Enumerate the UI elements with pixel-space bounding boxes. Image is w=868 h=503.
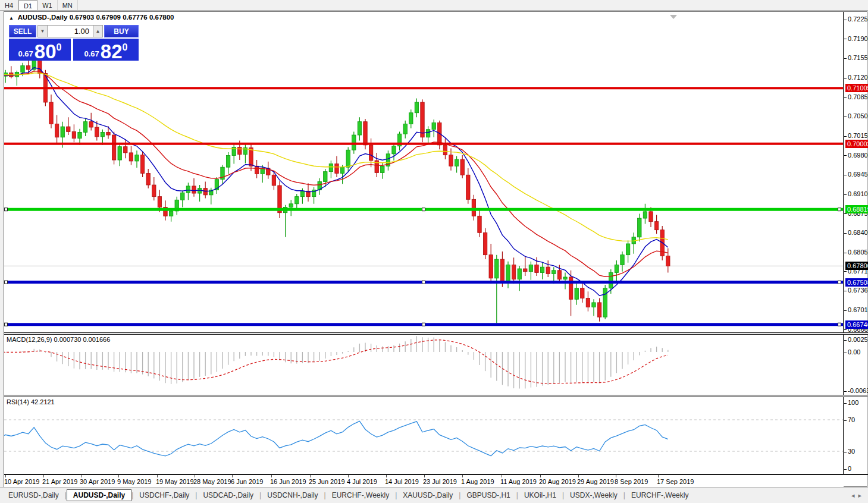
chart-tab-eurchf-weekly[interactable]: EURCHF-,Weekly [326,490,395,501]
pivot-line-green-price-label: 0.68819 [845,205,868,213]
support-line-lower-handle[interactable] [838,323,841,326]
rsi-label: RSI(14) 42.2121 [7,398,55,405]
rsi-value: 42.2121 [31,398,55,405]
price-tick-label: 0.69100 [844,190,868,198]
volume-increase-button[interactable]: ▲ [93,25,103,37]
pivot-line-green-handle[interactable] [5,208,8,211]
mid-ma-line [4,71,668,277]
support-line-upper-handle[interactable] [838,281,841,284]
date-tick [424,475,425,477]
sell-pips: 80 [35,42,57,61]
sell-button[interactable]: SELL [9,25,36,37]
sell-pipette: 0 [57,42,62,53]
pivot-line-green-handle[interactable] [422,208,425,211]
chart-tab-ukoil-h1[interactable]: UKOil-,H1 [518,490,562,501]
price-tick-label: 0.70500 [844,112,868,120]
rsi-tick-label: 100 [844,398,858,407]
date-tick [578,475,579,477]
pivot-line-green-handle[interactable] [838,208,841,211]
date-tick [310,475,311,477]
rsi-tick-label: 70 [844,416,855,424]
volume-decrease-button[interactable]: ▼ [37,25,48,37]
rsi-axis: 10070300 [844,397,868,474]
price-tick-label: 0.71200 [844,73,868,81]
price-tick-label: 0.72250 [844,15,868,23]
date-tick [271,475,272,477]
date-tick [118,475,119,477]
date-label: 11 Aug 2019 [500,478,537,485]
fast-ma-line [4,68,668,296]
date-label: 8 Sep 2019 [615,478,648,485]
chart-tab-usdx-weekly[interactable]: USDX-,Weekly [564,490,623,501]
date-tick [658,475,659,477]
date-tick [348,475,349,477]
date-label: 25 Jun 2019 [309,478,345,485]
timeframe-button-d1[interactable]: D1 [18,0,37,10]
sell-big-figure: 0.67 [18,49,33,58]
chart-tab-gbpusd-h1[interactable]: GBPUSD-,H1 [460,490,516,501]
macd-tick-label: 0.00 [844,348,860,356]
date-label: 17 Sep 2019 [657,478,694,485]
support-line-upper-handle[interactable] [5,281,8,284]
collapse-panel-icon[interactable]: ▲ [9,15,14,21]
chart-tab-eurchf-weekly[interactable]: EURCHF-,Weekly [625,490,694,501]
chart-tab-bar: EURUSD-,Daily|AUDUSD-,Daily|USDCHF-,Dail… [0,488,868,502]
price-tick-label: 0.68400 [844,228,868,237]
date-label: 30 Apr 2019 [80,478,115,485]
macd-indicator-pane[interactable]: MACD(12,26,9) 0.000730 0.001666 [4,335,844,395]
one-click-trade-panel: SELL ▼ ▲ BUY 0.67 80 0 0.67 82 0 [9,25,141,61]
date-tick [232,475,233,477]
date-tick [5,475,6,477]
support-line-lower-handle[interactable] [422,323,425,326]
timeframe-button-mn[interactable]: MN [58,0,78,10]
macd-values: 0.000730 0.001666 [54,336,110,343]
buy-big-figure: 0.67 [84,49,99,58]
chart-tab-audusd-daily[interactable]: AUDUSD-,Daily [67,489,131,501]
date-tick [540,475,541,477]
timeframe-button-h4[interactable]: H4 [0,0,18,10]
chart-shift-marker-icon[interactable] [670,15,677,19]
date-tick [81,475,82,477]
rsi-indicator-pane[interactable]: RSI(14) 42.2121 [4,397,844,474]
tab-scroll-arrows[interactable]: ◂▸ [851,492,865,499]
date-tick [195,475,195,477]
sell-price-quote[interactable]: 0.67 80 0 [9,39,71,61]
buy-button[interactable]: BUY [104,25,139,37]
date-tick [616,475,616,477]
price-tick-label: 0.70150 [844,131,868,140]
support-line-upper-price-label: 0.67508 [845,278,868,287]
date-label: 21 Apr 2019 [42,478,77,485]
support-line-lower-handle[interactable] [5,323,8,326]
chart-tab-xauusd-daily[interactable]: XAUUSD-,Daily [397,490,459,501]
date-axis[interactable]: 10 Apr 201921 Apr 201930 Apr 20199 May 2… [4,475,844,487]
chart-tab-usdcnh-daily[interactable]: USDCNH-,Daily [261,490,324,501]
price-tick-label: 0.69800 [844,151,868,159]
symbol-period-label: AUDUSD-,Daily [18,14,68,21]
buy-pips: 82 [101,42,123,61]
date-label: 10 Apr 2019 [4,478,39,485]
price-tick-label: 0.67360 [844,286,868,294]
date-tick [462,475,463,477]
date-label: 9 May 2019 [117,478,151,485]
chart-ohlc-header: ▲ AUDUSD-,Daily 0.67903 0.67909 0.67776 … [9,14,174,21]
timeframe-toolbar: H4D1W1MN [0,0,868,11]
timeframe-button-w1[interactable]: W1 [37,0,58,10]
resistance-line-lower-price-label: 0.70002 [845,140,868,148]
macd-axis: 0.0025740.00-0.00632 [844,335,868,395]
macd-tick-label: -0.00632 [844,386,868,395]
current-price-label: 0.67800 [845,262,868,270]
chart-tab-usdchf-daily[interactable]: USDCHF-,Daily [133,490,195,501]
date-label: 6 Jun 2019 [231,478,263,485]
support-line-upper-handle[interactable] [422,281,425,284]
chart-tab-usdcad-daily[interactable]: USDCAD-,Daily [197,490,259,501]
date-label: 28 May 2019 [193,478,231,485]
volume-input[interactable] [48,25,93,37]
date-tick [502,475,502,477]
price-tick-label: 0.71550 [844,54,868,62]
chart-tab-eurusd-daily[interactable]: EURUSD-,Daily [2,490,65,501]
price-axis[interactable]: 0.722500.719000.715500.712000.708500.705… [844,12,868,332]
tab-scroll-right-icon: ▸ [858,492,865,499]
tab-scroll-left-icon: ◂ [851,492,858,499]
buy-price-quote[interactable]: 0.67 82 0 [73,39,139,61]
macd-signal-line [4,340,668,383]
